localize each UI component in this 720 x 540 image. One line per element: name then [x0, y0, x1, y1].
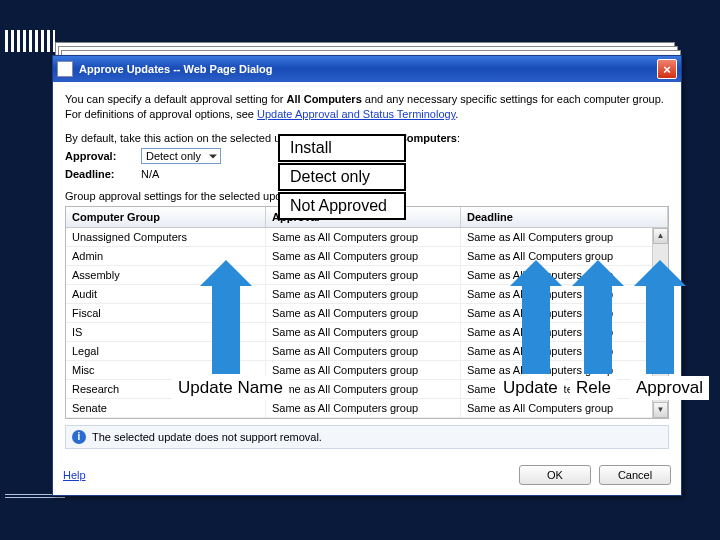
intro-bold: All Computers: [287, 93, 362, 105]
cell-approval: Same as All Computers group: [266, 228, 461, 246]
arrow-icon: [634, 260, 686, 374]
info-icon: i: [72, 430, 86, 444]
table-row[interactable]: Unassigned ComputersSame as All Computer…: [66, 228, 668, 247]
info-bar: i The selected update does not support r…: [65, 425, 669, 449]
close-button[interactable]: ×: [657, 59, 677, 79]
annot-update: Update: [497, 376, 564, 400]
cell-approval: Same as All Computers group: [266, 361, 461, 379]
close-icon: ×: [663, 62, 671, 77]
cell-approval: Same as All Computers group: [266, 342, 461, 360]
arrow-icon: [572, 260, 624, 374]
cell-group: Unassigned Computers: [66, 228, 266, 246]
cell-approval: Same as All Computers group: [266, 380, 461, 398]
annot-update-name: Update Name: [172, 376, 289, 400]
decor-stripes: [5, 30, 55, 52]
info-text: The selected update does not support rem…: [92, 431, 322, 443]
cancel-button[interactable]: Cancel: [599, 465, 671, 485]
col-computer-group[interactable]: Computer Group: [66, 207, 266, 227]
intro-text: You can specify a default approval setti…: [65, 92, 669, 122]
cell-approval: Same as All Computers group: [266, 399, 461, 417]
ok-button[interactable]: OK: [519, 465, 591, 485]
overlay-option-detect-only: Detect only: [278, 163, 406, 191]
cell-approval: Same as All Computers group: [266, 323, 461, 341]
scroll-down-icon[interactable]: ▼: [653, 402, 668, 418]
annot-release: Rele: [570, 376, 617, 400]
deadline-label: Deadline:: [65, 168, 135, 180]
arrow-icon: [510, 260, 562, 374]
arrow-icon: [200, 260, 252, 374]
app-icon: [57, 61, 73, 77]
cell-group: Senate: [66, 399, 266, 417]
intro-pre: You can specify a default approval setti…: [65, 93, 287, 105]
intro-post: .: [455, 108, 458, 120]
cell-deadline: Same as All Computers group: [461, 399, 668, 417]
deadline-value: N/A: [141, 168, 159, 180]
col-deadline[interactable]: Deadline: [461, 207, 668, 227]
button-bar: Help OK Cancel: [53, 457, 681, 495]
cell-approval: Same as All Computers group: [266, 266, 461, 284]
scroll-up-icon[interactable]: ▲: [653, 228, 668, 244]
table-row[interactable]: SenateSame as All Computers groupSame as…: [66, 399, 668, 418]
approval-value: Detect only: [146, 150, 201, 162]
approval-dropdown[interactable]: Detect only: [141, 148, 221, 164]
titlebar[interactable]: Approve Updates -- Web Page Dialog ×: [53, 56, 681, 82]
overlay-option-install: Install: [278, 134, 406, 162]
terminology-link[interactable]: Update Approval and Status Terminology: [257, 108, 455, 120]
window-title: Approve Updates -- Web Page Dialog: [79, 63, 657, 75]
overlay-option-not-approved: Not Approved: [278, 192, 406, 220]
cell-approval: Same as All Computers group: [266, 285, 461, 303]
cell-approval: Same as All Computers group: [266, 247, 461, 265]
default-post: :: [457, 132, 460, 144]
annot-approval: Approval: [630, 376, 709, 400]
cell-deadline: Same as All Computers group: [461, 228, 668, 246]
help-link[interactable]: Help: [63, 469, 86, 481]
approval-label: Approval:: [65, 150, 135, 162]
cell-approval: Same as All Computers group: [266, 304, 461, 322]
